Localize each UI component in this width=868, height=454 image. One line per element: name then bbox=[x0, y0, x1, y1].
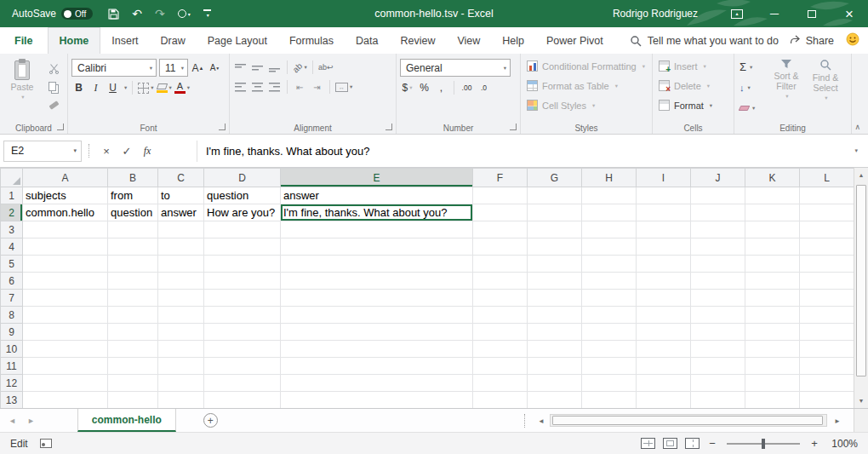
row-header-3[interactable]: 3 bbox=[1, 221, 23, 238]
cell-C11[interactable] bbox=[158, 358, 204, 375]
cell-A11[interactable] bbox=[23, 358, 108, 375]
cell-C9[interactable] bbox=[158, 324, 204, 341]
cell-H6[interactable] bbox=[582, 273, 637, 290]
cell-I3[interactable] bbox=[637, 221, 691, 238]
cell-E1[interactable]: answer bbox=[281, 187, 473, 204]
row-header-8[interactable]: 8 bbox=[1, 307, 23, 324]
fill-color-button[interactable]: ▾ bbox=[157, 79, 172, 96]
cell-J5[interactable] bbox=[691, 256, 745, 273]
bottom-align-button[interactable] bbox=[267, 59, 282, 76]
row-header-5[interactable]: 5 bbox=[1, 256, 23, 273]
cell-D10[interactable] bbox=[204, 341, 281, 358]
formula-bar-grip[interactable] bbox=[89, 144, 89, 158]
formula-input[interactable]: I'm fine, thanks. What about you? bbox=[197, 145, 848, 158]
cell-G6[interactable] bbox=[528, 273, 582, 290]
cell-K11[interactable] bbox=[745, 358, 800, 375]
col-header-E[interactable]: E bbox=[281, 169, 473, 187]
cell-H12[interactable] bbox=[582, 375, 637, 392]
tab-help[interactable]: Help bbox=[491, 27, 535, 54]
cell-E11[interactable] bbox=[281, 358, 473, 375]
tell-me-box[interactable]: Tell me what you want to do bbox=[630, 27, 779, 54]
cell-K4[interactable] bbox=[745, 238, 800, 256]
cell-B6[interactable] bbox=[108, 273, 158, 290]
user-name[interactable]: Rodrigo Rodriguez bbox=[613, 8, 698, 20]
format-as-table-button[interactable]: Format as Table▾ bbox=[524, 76, 648, 95]
cell-J11[interactable] bbox=[691, 358, 745, 375]
format-cells-button[interactable]: Format▾ bbox=[656, 95, 730, 115]
cell-G4[interactable] bbox=[528, 238, 582, 256]
cell-E12[interactable] bbox=[281, 375, 473, 392]
row-header-9[interactable]: 9 bbox=[1, 324, 23, 341]
cell-E8[interactable] bbox=[281, 307, 473, 324]
cell-F1[interactable] bbox=[473, 187, 528, 204]
cell-I10[interactable] bbox=[637, 341, 691, 358]
cell-J7[interactable] bbox=[691, 290, 745, 307]
row-header-1[interactable]: 1 bbox=[1, 187, 23, 204]
ribbon-display-options-button[interactable]: ▴ bbox=[718, 0, 756, 27]
cell-G3[interactable] bbox=[528, 221, 582, 238]
tab-home[interactable]: Home bbox=[48, 27, 101, 54]
cell-B10[interactable] bbox=[108, 341, 158, 358]
col-header-G[interactable]: G bbox=[528, 169, 582, 187]
cell-A3[interactable] bbox=[23, 221, 108, 238]
cell-D8[interactable] bbox=[204, 307, 281, 324]
cell-B4[interactable] bbox=[108, 238, 158, 256]
align-right-button[interactable] bbox=[267, 78, 282, 95]
cell-J2[interactable] bbox=[691, 204, 745, 221]
cell-G8[interactable] bbox=[528, 307, 582, 324]
cell-C4[interactable] bbox=[158, 238, 204, 256]
middle-align-button[interactable] bbox=[250, 59, 265, 76]
close-button[interactable]: × bbox=[831, 0, 868, 27]
cell-A1[interactable]: subjects bbox=[23, 187, 108, 204]
cell-K10[interactable] bbox=[745, 341, 800, 358]
cell-H8[interactable] bbox=[582, 307, 637, 324]
find-select-button[interactable]: Find & Select ▾ bbox=[806, 56, 845, 116]
cell-G2[interactable] bbox=[528, 204, 582, 221]
increase-font-size-button[interactable]: A▲ bbox=[191, 60, 205, 77]
cell-F7[interactable] bbox=[473, 290, 528, 307]
cell-K2[interactable] bbox=[745, 204, 800, 221]
cell-D11[interactable] bbox=[204, 358, 281, 375]
cell-I7[interactable] bbox=[637, 290, 691, 307]
comma-format-button[interactable]: , bbox=[434, 79, 448, 96]
scroll-up-icon[interactable]: ▲ bbox=[854, 168, 868, 182]
sheet-prev-icon[interactable]: ◄ bbox=[9, 417, 16, 425]
top-align-button[interactable] bbox=[233, 59, 248, 76]
cell-B11[interactable] bbox=[108, 358, 158, 375]
cell-K12[interactable] bbox=[745, 375, 800, 392]
decrease-font-size-button[interactable]: A▼ bbox=[208, 60, 222, 77]
horizontal-scrollbar-thumb[interactable] bbox=[552, 416, 823, 425]
cancel-button[interactable]: × bbox=[96, 141, 117, 162]
cell-D6[interactable] bbox=[204, 273, 281, 290]
cell-I12[interactable] bbox=[637, 375, 691, 392]
cell-H7[interactable] bbox=[582, 290, 637, 307]
page-break-preview-button[interactable] bbox=[685, 438, 700, 449]
fill-button[interactable]: ↓▾ bbox=[740, 79, 762, 95]
save-button[interactable] bbox=[108, 9, 119, 20]
orientation-button[interactable]: ab▾ bbox=[293, 59, 307, 76]
cell-styles-button[interactable]: Cell Styles▾ bbox=[524, 95, 648, 115]
row-header-4[interactable]: 4 bbox=[1, 238, 23, 256]
col-header-A[interactable]: A bbox=[23, 169, 108, 187]
cell-J4[interactable] bbox=[691, 238, 745, 256]
cell-B1[interactable]: from bbox=[108, 187, 158, 204]
clear-button[interactable]: ▾ bbox=[740, 100, 762, 116]
cell-L4[interactable] bbox=[800, 238, 854, 256]
conditional-formatting-button[interactable]: Conditional Formatting▾ bbox=[524, 56, 648, 76]
cell-A10[interactable] bbox=[23, 341, 108, 358]
cell-F6[interactable] bbox=[473, 273, 528, 290]
tab-formulas[interactable]: Formulas bbox=[278, 27, 345, 54]
col-header-C[interactable]: C bbox=[158, 169, 204, 187]
feedback-smiley-button[interactable] bbox=[846, 32, 859, 49]
cell-K6[interactable] bbox=[745, 273, 800, 290]
cell-F5[interactable] bbox=[473, 256, 528, 273]
cell-F10[interactable] bbox=[473, 341, 528, 358]
normal-view-button[interactable] bbox=[641, 438, 655, 449]
cell-L12[interactable] bbox=[800, 375, 854, 392]
cell-C5[interactable] bbox=[158, 256, 204, 273]
number-dialog-launcher[interactable] bbox=[510, 124, 517, 130]
new-sheet-button[interactable]: + bbox=[203, 413, 218, 428]
insert-function-button[interactable]: fx bbox=[137, 141, 157, 162]
col-header-K[interactable]: K bbox=[745, 169, 800, 187]
cell-B13[interactable] bbox=[108, 392, 158, 409]
